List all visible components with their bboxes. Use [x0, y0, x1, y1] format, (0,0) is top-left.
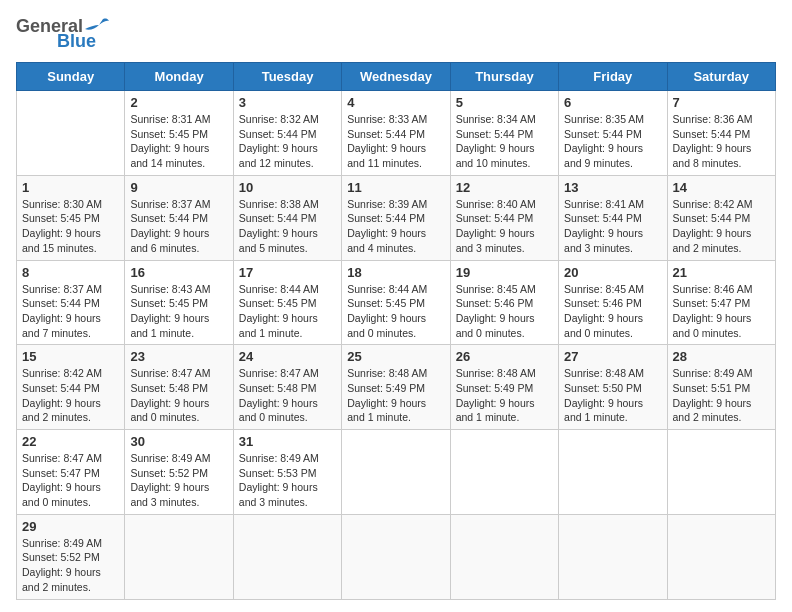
day-number: 28: [673, 349, 770, 364]
day-number: 19: [456, 265, 553, 280]
day-info: Sunrise: 8:37 AMSunset: 5:44 PMDaylight:…: [22, 283, 102, 339]
calendar-cell: 15Sunrise: 8:42 AMSunset: 5:44 PMDayligh…: [17, 345, 125, 430]
day-info: Sunrise: 8:46 AMSunset: 5:47 PMDaylight:…: [673, 283, 753, 339]
calendar-cell: 30Sunrise: 8:49 AMSunset: 5:52 PMDayligh…: [125, 430, 233, 515]
day-number: 18: [347, 265, 444, 280]
day-number: 6: [564, 95, 661, 110]
calendar-cell: 3Sunrise: 8:32 AMSunset: 5:44 PMDaylight…: [233, 91, 341, 176]
calendar-cell: 22Sunrise: 8:47 AMSunset: 5:47 PMDayligh…: [17, 430, 125, 515]
calendar-cell: 13Sunrise: 8:41 AMSunset: 5:44 PMDayligh…: [559, 175, 667, 260]
calendar-body: 2Sunrise: 8:31 AMSunset: 5:45 PMDaylight…: [17, 91, 776, 600]
day-number: 31: [239, 434, 336, 449]
day-number: 4: [347, 95, 444, 110]
day-number: 7: [673, 95, 770, 110]
calendar-week-row: 22Sunrise: 8:47 AMSunset: 5:47 PMDayligh…: [17, 430, 776, 515]
calendar-cell: 2Sunrise: 8:31 AMSunset: 5:45 PMDaylight…: [125, 91, 233, 176]
day-number: 26: [456, 349, 553, 364]
calendar-cell: [342, 514, 450, 599]
header-friday: Friday: [559, 63, 667, 91]
day-number: 10: [239, 180, 336, 195]
day-info: Sunrise: 8:47 AMSunset: 5:48 PMDaylight:…: [130, 367, 210, 423]
calendar-cell: 19Sunrise: 8:45 AMSunset: 5:46 PMDayligh…: [450, 260, 558, 345]
day-info: Sunrise: 8:41 AMSunset: 5:44 PMDaylight:…: [564, 198, 644, 254]
calendar-cell: 7Sunrise: 8:36 AMSunset: 5:44 PMDaylight…: [667, 91, 775, 176]
calendar-cell: 4Sunrise: 8:33 AMSunset: 5:44 PMDaylight…: [342, 91, 450, 176]
day-info: Sunrise: 8:45 AMSunset: 5:46 PMDaylight:…: [456, 283, 536, 339]
day-info: Sunrise: 8:33 AMSunset: 5:44 PMDaylight:…: [347, 113, 427, 169]
day-info: Sunrise: 8:49 AMSunset: 5:53 PMDaylight:…: [239, 452, 319, 508]
calendar-cell: [125, 514, 233, 599]
calendar-cell: 16Sunrise: 8:43 AMSunset: 5:45 PMDayligh…: [125, 260, 233, 345]
day-info: Sunrise: 8:42 AMSunset: 5:44 PMDaylight:…: [673, 198, 753, 254]
day-number: 27: [564, 349, 661, 364]
calendar-cell: 28Sunrise: 8:49 AMSunset: 5:51 PMDayligh…: [667, 345, 775, 430]
day-number: 13: [564, 180, 661, 195]
day-info: Sunrise: 8:48 AMSunset: 5:49 PMDaylight:…: [347, 367, 427, 423]
day-info: Sunrise: 8:40 AMSunset: 5:44 PMDaylight:…: [456, 198, 536, 254]
page-header: General Blue: [16, 16, 776, 52]
day-number: 30: [130, 434, 227, 449]
calendar-cell: 17Sunrise: 8:44 AMSunset: 5:45 PMDayligh…: [233, 260, 341, 345]
calendar-cell: 18Sunrise: 8:44 AMSunset: 5:45 PMDayligh…: [342, 260, 450, 345]
calendar-cell: 9Sunrise: 8:37 AMSunset: 5:44 PMDaylight…: [125, 175, 233, 260]
day-info: Sunrise: 8:44 AMSunset: 5:45 PMDaylight:…: [239, 283, 319, 339]
day-info: Sunrise: 8:48 AMSunset: 5:50 PMDaylight:…: [564, 367, 644, 423]
calendar-cell: 12Sunrise: 8:40 AMSunset: 5:44 PMDayligh…: [450, 175, 558, 260]
day-info: Sunrise: 8:36 AMSunset: 5:44 PMDaylight:…: [673, 113, 753, 169]
day-info: Sunrise: 8:32 AMSunset: 5:44 PMDaylight:…: [239, 113, 319, 169]
day-info: Sunrise: 8:49 AMSunset: 5:52 PMDaylight:…: [22, 537, 102, 593]
day-info: Sunrise: 8:49 AMSunset: 5:52 PMDaylight:…: [130, 452, 210, 508]
calendar-cell: 29Sunrise: 8:49 AMSunset: 5:52 PMDayligh…: [17, 514, 125, 599]
day-number: 8: [22, 265, 119, 280]
calendar-cell: [667, 514, 775, 599]
calendar-cell: 10Sunrise: 8:38 AMSunset: 5:44 PMDayligh…: [233, 175, 341, 260]
header-row: SundayMondayTuesdayWednesdayThursdayFrid…: [17, 63, 776, 91]
calendar-cell: [559, 430, 667, 515]
calendar-cell: 6Sunrise: 8:35 AMSunset: 5:44 PMDaylight…: [559, 91, 667, 176]
calendar-header: SundayMondayTuesdayWednesdayThursdayFrid…: [17, 63, 776, 91]
day-number: 9: [130, 180, 227, 195]
calendar-cell: 5Sunrise: 8:34 AMSunset: 5:44 PMDaylight…: [450, 91, 558, 176]
day-info: Sunrise: 8:37 AMSunset: 5:44 PMDaylight:…: [130, 198, 210, 254]
logo: General Blue: [16, 16, 109, 52]
day-number: 25: [347, 349, 444, 364]
day-info: Sunrise: 8:34 AMSunset: 5:44 PMDaylight:…: [456, 113, 536, 169]
calendar-cell: 20Sunrise: 8:45 AMSunset: 5:46 PMDayligh…: [559, 260, 667, 345]
day-number: 15: [22, 349, 119, 364]
day-info: Sunrise: 8:42 AMSunset: 5:44 PMDaylight:…: [22, 367, 102, 423]
day-info: Sunrise: 8:43 AMSunset: 5:45 PMDaylight:…: [130, 283, 210, 339]
calendar-week-row: 8Sunrise: 8:37 AMSunset: 5:44 PMDaylight…: [17, 260, 776, 345]
day-number: 12: [456, 180, 553, 195]
calendar-cell: 21Sunrise: 8:46 AMSunset: 5:47 PMDayligh…: [667, 260, 775, 345]
day-number: 11: [347, 180, 444, 195]
logo-blue-text: Blue: [57, 31, 96, 52]
day-number: 2: [130, 95, 227, 110]
header-sunday: Sunday: [17, 63, 125, 91]
day-number: 22: [22, 434, 119, 449]
day-info: Sunrise: 8:47 AMSunset: 5:48 PMDaylight:…: [239, 367, 319, 423]
day-info: Sunrise: 8:39 AMSunset: 5:44 PMDaylight:…: [347, 198, 427, 254]
calendar-cell: [450, 514, 558, 599]
calendar-table: SundayMondayTuesdayWednesdayThursdayFrid…: [16, 62, 776, 600]
calendar-cell: 25Sunrise: 8:48 AMSunset: 5:49 PMDayligh…: [342, 345, 450, 430]
day-info: Sunrise: 8:44 AMSunset: 5:45 PMDaylight:…: [347, 283, 427, 339]
calendar-cell: [342, 430, 450, 515]
calendar-cell: 26Sunrise: 8:48 AMSunset: 5:49 PMDayligh…: [450, 345, 558, 430]
day-info: Sunrise: 8:35 AMSunset: 5:44 PMDaylight:…: [564, 113, 644, 169]
day-info: Sunrise: 8:30 AMSunset: 5:45 PMDaylight:…: [22, 198, 102, 254]
calendar-week-row: 1Sunrise: 8:30 AMSunset: 5:45 PMDaylight…: [17, 175, 776, 260]
day-number: 1: [22, 180, 119, 195]
day-number: 17: [239, 265, 336, 280]
header-tuesday: Tuesday: [233, 63, 341, 91]
day-number: 20: [564, 265, 661, 280]
calendar-cell: 11Sunrise: 8:39 AMSunset: 5:44 PMDayligh…: [342, 175, 450, 260]
day-info: Sunrise: 8:45 AMSunset: 5:46 PMDaylight:…: [564, 283, 644, 339]
calendar-cell: 27Sunrise: 8:48 AMSunset: 5:50 PMDayligh…: [559, 345, 667, 430]
calendar-cell: 1Sunrise: 8:30 AMSunset: 5:45 PMDaylight…: [17, 175, 125, 260]
day-number: 16: [130, 265, 227, 280]
calendar-cell: 14Sunrise: 8:42 AMSunset: 5:44 PMDayligh…: [667, 175, 775, 260]
day-number: 24: [239, 349, 336, 364]
day-number: 3: [239, 95, 336, 110]
calendar-week-row: 29Sunrise: 8:49 AMSunset: 5:52 PMDayligh…: [17, 514, 776, 599]
calendar-cell: 8Sunrise: 8:37 AMSunset: 5:44 PMDaylight…: [17, 260, 125, 345]
